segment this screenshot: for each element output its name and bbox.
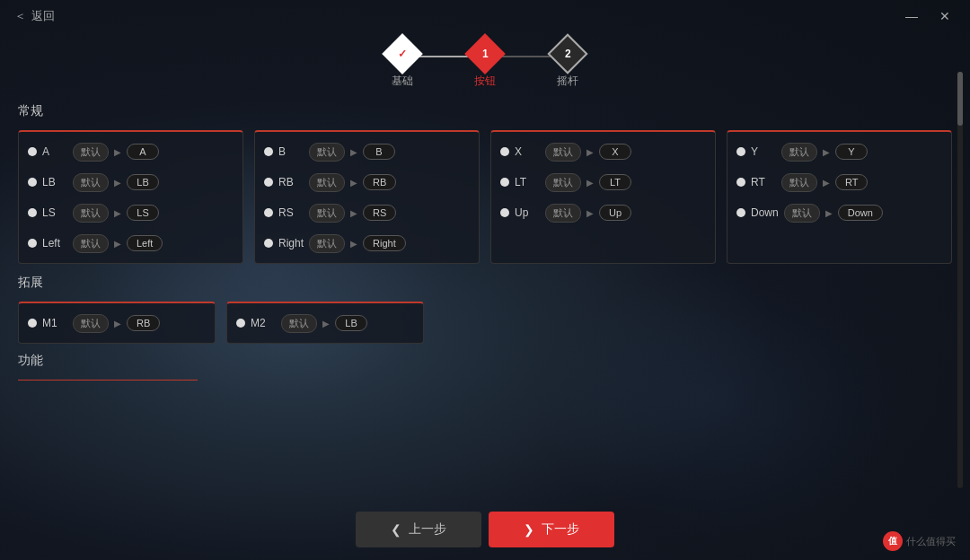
back-label: 返回 — [31, 8, 55, 24]
section-regular-title: 常规 — [18, 103, 952, 119]
label-Down: Down — [751, 206, 779, 219]
dot-B — [264, 147, 273, 156]
prev-arrow-icon: ❮ — [391, 522, 401, 537]
arrow-Y: ▶ — [823, 147, 830, 157]
default-LS[interactable]: 默认 — [73, 204, 109, 223]
label-RT: RT — [751, 176, 776, 188]
prev-button[interactable]: ❮ 上一步 — [356, 512, 481, 547]
value-M1[interactable]: RB — [127, 315, 160, 331]
arrow-Right: ▶ — [350, 239, 357, 249]
default-X[interactable]: 默认 — [545, 143, 581, 162]
minimize-button[interactable]: — — [900, 7, 923, 25]
label-A: A — [42, 145, 67, 158]
default-Left[interactable]: 默认 — [73, 234, 109, 253]
value-LS[interactable]: LS — [127, 205, 159, 221]
step-2: 1 按钮 — [471, 39, 499, 89]
row-LT: LT 默认 ▶ LT — [500, 170, 706, 195]
value-LB[interactable]: LB — [127, 174, 159, 190]
panel-4: Y 默认 ▶ Y RT 默认 ▶ RT Down 默认 ▶ Do — [727, 130, 952, 264]
default-LB[interactable]: 默认 — [73, 173, 109, 192]
stepper: ✓ 基础 1 按钮 2 摇杆 — [0, 32, 970, 103]
label-M2: M2 — [251, 317, 276, 329]
row-LS: LS 默认 ▶ LS — [28, 200, 234, 225]
default-M2[interactable]: 默认 — [281, 314, 317, 333]
bottom-bar: ❮ 上一步 ❯ 下一步 — [0, 501, 970, 560]
arrow-RT: ▶ — [823, 178, 830, 188]
next-label: 下一步 — [542, 521, 579, 538]
dot-LT — [500, 178, 509, 187]
default-B[interactable]: 默认 — [309, 143, 345, 162]
value-RT[interactable]: RT — [835, 174, 868, 190]
step-1-label: 基础 — [392, 74, 413, 89]
default-M1[interactable]: 默认 — [73, 314, 109, 333]
default-Y[interactable]: 默认 — [781, 143, 817, 162]
regular-panels: A 默认 ▶ A LB 默认 ▶ LB LS 默认 ▶ LS — [18, 130, 952, 264]
next-arrow-icon: ❯ — [524, 522, 534, 537]
label-Y: Y — [751, 145, 776, 158]
default-RT[interactable]: 默认 — [781, 173, 817, 192]
watermark-text: 什么值得买 — [906, 535, 956, 548]
dot-Down — [736, 208, 745, 217]
back-button[interactable]: ＜ 返回 — [14, 8, 55, 24]
default-Right[interactable]: 默认 — [309, 234, 345, 253]
row-Left: Left 默认 ▶ Left — [28, 231, 234, 256]
app-window: ＜ 返回 — ✕ ✓ 基础 1 按钮 2 摇杆 — [0, 0, 970, 560]
default-RS[interactable]: 默认 — [309, 204, 345, 223]
value-Down[interactable]: Down — [838, 205, 883, 221]
value-LT[interactable]: LT — [599, 174, 631, 190]
value-B[interactable]: B — [363, 144, 395, 160]
arrow-A: ▶ — [114, 147, 121, 157]
panel-M2: M2 默认 ▶ LB — [226, 302, 424, 344]
section-function-title: 功能 — [18, 353, 952, 369]
next-button[interactable]: ❯ 下一步 — [489, 512, 614, 547]
arrow-M2: ▶ — [322, 319, 330, 328]
close-button[interactable]: ✕ — [934, 7, 956, 25]
default-LT[interactable]: 默认 — [545, 173, 581, 192]
extended-panels: M1 默认 ▶ RB M2 默认 ▶ LB — [18, 302, 952, 344]
label-Up: Up — [515, 206, 540, 219]
scrollbar-track — [957, 72, 963, 488]
arrow-LT: ▶ — [586, 178, 594, 188]
arrow-RS: ▶ — [350, 208, 357, 218]
value-Right[interactable]: Right — [363, 235, 406, 251]
label-Right: Right — [278, 237, 304, 249]
value-M2[interactable]: LB — [335, 315, 367, 331]
step-line-1 — [417, 56, 471, 57]
default-Up[interactable]: 默认 — [545, 204, 581, 223]
row-A: A 默认 ▶ A — [28, 139, 234, 164]
arrow-X: ▶ — [586, 147, 594, 157]
row-Y: Y 默认 ▶ Y — [736, 139, 942, 164]
step-2-icon: 1 — [482, 48, 489, 60]
value-Left[interactable]: Left — [127, 235, 163, 251]
arrow-LS: ▶ — [114, 208, 121, 218]
value-A[interactable]: A — [127, 144, 159, 160]
arrow-LB: ▶ — [114, 178, 121, 188]
dot-Right — [264, 239, 273, 248]
default-Down[interactable]: 默认 — [784, 204, 820, 223]
step-2-diamond: 1 — [464, 33, 505, 74]
value-X[interactable]: X — [599, 144, 631, 160]
value-RB[interactable]: RB — [363, 174, 396, 190]
step-3: 2 摇杆 — [553, 39, 582, 89]
arrow-RB: ▶ — [350, 178, 357, 188]
row-RB: RB 默认 ▶ RB — [264, 170, 470, 195]
row-M1: M1 默认 ▶ RB — [28, 311, 206, 336]
value-RS[interactable]: RS — [363, 205, 396, 221]
row-RT: RT 默认 ▶ RT — [736, 170, 942, 195]
dot-M1 — [28, 319, 37, 328]
scrollbar-thumb[interactable] — [957, 72, 963, 126]
value-Up[interactable]: Up — [599, 205, 631, 221]
default-A[interactable]: 默认 — [73, 143, 109, 162]
panel-2: B 默认 ▶ B RB 默认 ▶ RB RS 默认 ▶ RS — [254, 130, 480, 264]
dot-Y — [736, 147, 745, 156]
step-line-2 — [499, 56, 553, 57]
step-3-label: 摇杆 — [557, 74, 578, 89]
step-2-label: 按钮 — [474, 74, 496, 89]
value-Y[interactable]: Y — [835, 144, 868, 160]
label-B: B — [278, 145, 304, 158]
watermark-logo: 值 — [883, 531, 903, 551]
arrow-Down: ▶ — [825, 208, 833, 218]
default-RB[interactable]: 默认 — [309, 173, 345, 192]
label-RB: RB — [278, 176, 304, 188]
section-extended-title: 拓展 — [18, 275, 952, 291]
